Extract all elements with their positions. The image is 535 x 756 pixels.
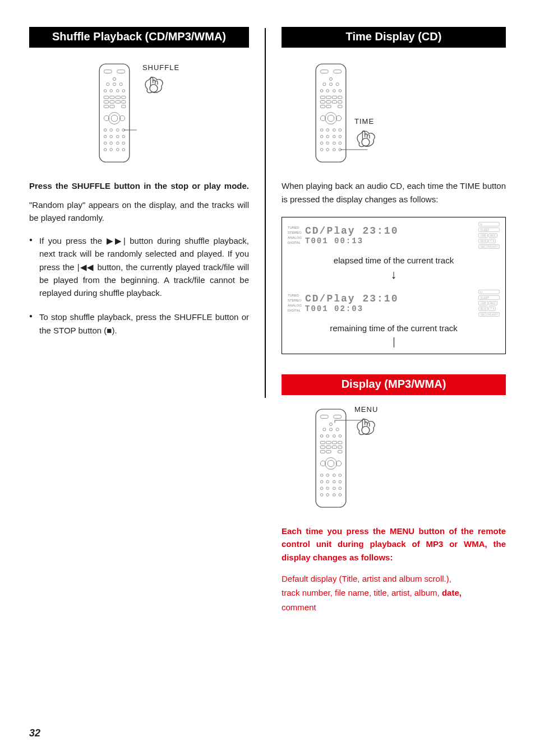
shuffle-press-heading: Press the SHUFFLE button in the stop or … [29,179,249,192]
remote-icon [315,63,347,163]
page-number: 32 [29,727,40,739]
shuffle-press-body: "Random play" appears on the display, an… [29,198,249,225]
prev-track-icon: |◀◀ [77,262,95,272]
text: To stop shuffle playback, press the SHUF… [39,312,249,335]
lcd-line-3: CD/Play 23:10 [305,293,475,304]
press-hand-icon [354,129,377,149]
lcd-right-tags: ⏲SLEEP USBREC RDST A SECONDARY [478,290,500,317]
text: comment [282,602,316,612]
caption-remaining: remaining time of the current track [282,323,505,337]
column-divider [265,28,266,398]
press-hand-icon [354,417,377,437]
press-hand-icon [142,75,165,95]
shuffle-bullet-1: If you press the ▶▶| button during shuff… [29,234,249,299]
section-title-mp3: Display (MP3/WMA) [282,374,506,395]
time-intro: When playing back an audio CD, each time… [282,179,506,206]
text-date: date, [442,588,462,597]
lcd-left-tags: TUNEDSTEREOANALOGDIGITAL [288,226,302,244]
section-title-shuffle: Shuffle Playback (CD/MP3/WMA) [29,27,249,48]
mp3-heading: Each time you press the MENU button of t… [282,525,506,564]
mp3-display-sequence: Default display (Title, artist and album… [282,572,506,615]
display-box-elapsed: TUNEDSTEREOANALOGDIGITAL CD/Play 23:10 T… [282,217,506,354]
text: ). [112,326,117,335]
text: track number, file name, title, artist, … [282,588,442,597]
arrow-down-icon: ↓ [282,267,505,282]
lcd-line-2: T001 00:13 [305,236,475,245]
button-label-menu: MENU [354,405,378,414]
text: Default display (Title, artist and album… [282,574,451,583]
remote-diagram-shuffle: SHUFFLE [29,63,249,163]
lcd-right-tags: ⏲SLEEP USBREC RDST A SECONDARY [478,222,500,249]
button-label-time: TIME [354,117,374,126]
lcd-left-tags: TUNEDSTEREOANALOGDIGITAL [288,294,302,312]
button-label-shuffle: SHUFFLE [142,63,179,72]
caption-elapsed: elapsed time of the current track [282,256,505,265]
shuffle-bullet-2: To stop shuffle playback, press the SHUF… [29,310,249,337]
text: If you press the [39,236,107,245]
remote-diagram-time: TIME [315,63,506,163]
section-title-time: Time Display (CD) [282,27,506,48]
remote-diagram-menu: MENU [315,409,506,508]
next-track-icon: ▶▶| [107,236,126,245]
remote-icon [99,63,130,163]
lcd-line-4: T001 02:03 [305,304,475,313]
remote-icon [315,409,347,508]
lcd-line-1: CD/Play 23:10 [305,225,475,236]
